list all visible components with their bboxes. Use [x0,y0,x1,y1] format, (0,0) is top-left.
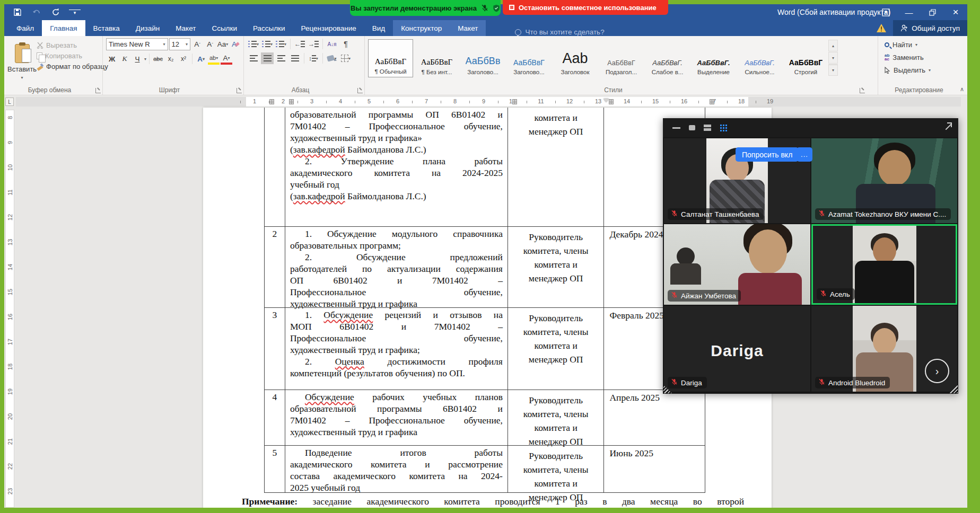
style-card[interactable]: АаБбВвГ. Сильное... [737,39,782,77]
change-case-button[interactable]: Aa▾ [217,39,229,50]
font-name-combo[interactable]: Times New R▾ [106,38,168,50]
table-cell-number[interactable]: 4 [265,390,285,445]
paragraph-dialog-launcher[interactable] [357,88,363,93]
style-card[interactable]: АаБбВвГ ¶ Обычный [368,39,413,77]
undo-button[interactable] [31,6,42,18]
font-color-button[interactable]: А▾ [221,53,232,65]
table-cell-responsible[interactable]: Руководителькомитета, членыкомитета имен… [508,446,605,492]
security-shield-icon[interactable] [493,4,500,12]
table-cell-responsible[interactable]: Руководителькомитета, членыкомитета имен… [508,227,605,307]
text-effects-button[interactable]: А▾ [195,53,207,65]
tab-конструктор[interactable]: Конструктор [393,20,450,36]
tab-файл[interactable]: Файл [8,20,42,36]
more-options-button[interactable]: ... [797,147,812,162]
find-button[interactable]: Найти▾ [885,38,965,51]
doc-note[interactable]: Примечание: заседание академического ком… [242,495,744,508]
table-cell-responsible[interactable]: Руководителькомитета, членыкомитета имен… [508,308,605,390]
style-card[interactable]: АаБбВвГ. Слабое в... [645,39,690,77]
style-card[interactable]: АаБбВвГ Заголово... [506,39,552,77]
collapse-ribbon-button[interactable]: ∧ [960,86,964,93]
replace-button[interactable]: abac Заменить [885,51,965,64]
line-spacing-button[interactable]: ↕▾ [307,52,320,64]
table-cell-date[interactable]: Апрель 2025 [604,390,705,445]
bold-button[interactable]: Ж [106,53,118,65]
style-card[interactable]: АаБбВв Заголово... [460,39,505,77]
stack-view-icon[interactable] [704,125,711,131]
highlight-button[interactable]: ab▾ [208,53,220,65]
style-card[interactable]: АаБбВвГ. Выделение [691,39,736,77]
vertical-ruler[interactable]: 89101112131415161718192021222324 [5,110,14,508]
tab-рецензирование[interactable]: Рецензирование [293,20,364,36]
table-cell-number[interactable]: 2 [265,227,285,307]
styles-expand-button[interactable]: ▾ [828,64,838,76]
table-cell-date[interactable]: Июнь 2025 [604,446,705,492]
save-button[interactable] [12,6,23,18]
customize-quick-access-button[interactable]: ▾ [69,10,81,15]
shrink-font-button[interactable]: Аˇ [204,39,216,50]
cut-button[interactable]: Вырезать [37,41,108,49]
restore-button[interactable] [921,4,944,20]
meeting-window[interactable]: Салтанат Ташкенбаева Azamat Tokezhanov В… [663,118,958,394]
justify-button[interactable] [288,52,301,64]
participant-tile-3[interactable]: Айжан Умбетова [664,224,810,305]
bullets-button[interactable]: ▾ [247,38,260,50]
clear-formatting-button[interactable]: A [230,39,241,50]
tab-вставка[interactable]: Вставка [85,20,128,36]
show-marks-button[interactable]: ¶ [339,38,352,50]
next-page-button[interactable]: › [925,359,949,383]
paste-button[interactable]: Вставить ▾ [7,38,37,85]
participant-tile-4[interactable]: Асель [811,224,957,305]
share-button[interactable]: Общий доступ [893,20,967,36]
tab-дизайн[interactable]: Дизайн [128,20,168,36]
font-size-combo[interactable]: 12▾ [169,38,190,50]
table-cell-description[interactable]: 1. Обсуждение рецензий и отзывов наМОП 6… [285,308,508,390]
increase-indent-button[interactable]: → [307,38,320,50]
table-cell-number[interactable] [265,108,285,226]
mic-muted-icon[interactable] [481,4,488,12]
table-cell-responsible[interactable]: Руководителькомитета, членыкомитета имен… [508,390,605,445]
tab-макет[interactable]: Макет [450,20,486,36]
sort-button[interactable]: А↓я [326,38,338,50]
style-card[interactable]: Аab Заголовок [553,39,598,77]
redo-button[interactable] [50,6,62,18]
multilevel-list-button[interactable]: ▾ [275,38,287,50]
horizontal-ruler[interactable]: 12345678910111213141516171819 [16,97,961,107]
tab-рассылки[interactable]: Рассылки [245,20,293,36]
table-cell-number[interactable]: 5 [265,446,285,492]
styles-scroll-down-button[interactable]: ▾ [828,52,838,64]
tab-главная[interactable]: Главная [42,20,85,36]
activation-warning-icon[interactable] [876,23,887,33]
align-center-button[interactable] [261,52,274,64]
style-card[interactable]: АаБбВвГ ¶ Без инт... [414,39,459,77]
italic-button[interactable]: К [119,53,130,65]
gallery-view-icon[interactable] [720,124,727,131]
table-cell-responsible[interactable]: комитета именеджер ОП [508,108,605,226]
stop-share-button[interactable]: Остановить совместное использование [503,0,668,15]
select-button[interactable]: Выделить▾ [885,64,965,76]
minimize-button[interactable]: — [897,4,921,20]
clipboard-dialog-launcher[interactable] [95,88,101,93]
tell-me-box[interactable]: Что вы хотите сделать? [515,28,604,36]
copy-button[interactable]: Копировать [37,52,108,60]
borders-button[interactable]: ▾ [339,52,352,64]
meeting-minimize-view-icon[interactable] [672,127,680,129]
style-card[interactable]: АаБбВвГ Строгий [783,39,828,77]
strikethrough-button[interactable]: abc [152,53,164,65]
ribbon-display-options-button[interactable] [874,4,897,20]
superscript-button[interactable]: x² [178,53,189,65]
table-cell-number[interactable]: 3 [265,308,285,390]
align-right-button[interactable] [275,52,287,64]
expand-icon[interactable] [943,122,952,131]
participant-tile-2[interactable]: Azamat Tokezhanov ВКУ имени С.... [811,138,957,223]
subscript-button[interactable]: x₂ [165,53,177,65]
tab-ссылки[interactable]: Ссылки [204,20,245,36]
table-cell-description[interactable]: Обсуждение рабочих учебных плановобразов… [285,390,508,445]
tab-вид[interactable]: Вид [364,20,393,36]
shading-button[interactable]: ▾ [326,52,338,64]
grow-font-button[interactable]: Аˆ [191,39,203,50]
ask-to-unmute-button[interactable]: Попросить вкл [736,147,799,162]
close-button[interactable]: × [944,4,967,20]
table-cell-description[interactable]: образовательной программы ОП 6В01402 и7М… [285,108,508,226]
speaker-view-icon[interactable] [689,125,695,130]
align-left-button[interactable] [247,52,260,64]
